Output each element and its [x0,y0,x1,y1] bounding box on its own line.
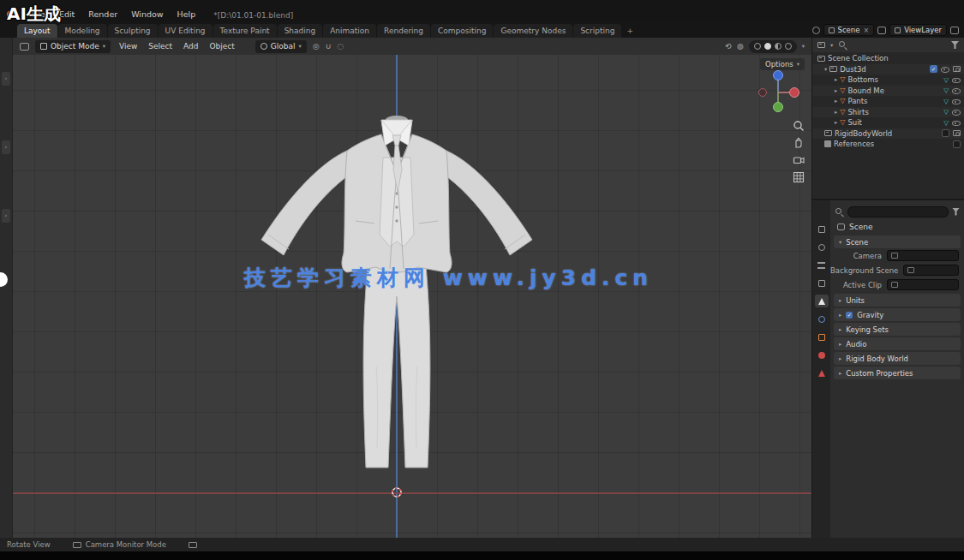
disclosure-icon[interactable]: ▸ [835,76,837,83]
disclosure-icon[interactable]: ▸ [835,109,837,116]
material-preview-icon[interactable] [775,43,781,50]
outliner-row-collection[interactable]: ▾ Dust3d ✓ [812,64,964,75]
render-visibility-icon[interactable] [953,130,961,136]
tab-rendering[interactable]: Rendering [377,24,430,38]
move-hand-icon[interactable] [793,137,805,149]
disclosure-icon[interactable]: ▸ [835,98,837,104]
panel-toggle-tab[interactable]: › [2,72,10,86]
collection-checkbox[interactable]: ✓ [953,140,961,148]
object-menu[interactable]: Object [207,41,237,51]
panel-toggle-tab[interactable]: › [2,140,10,154]
outliner-row-mesh[interactable]: ▸ ▽ Suit ▽ [812,117,964,128]
disclosure-icon[interactable]: ▸ [835,87,837,94]
tab-animation[interactable]: Animation [323,24,376,38]
hide-eye-icon[interactable] [952,109,961,116]
shading-dropdown-icon[interactable]: ▾ [802,43,805,50]
outliner-row-references[interactable]: References ✓ [812,139,964,150]
outliner-row-mesh[interactable]: ▸ ▽ Bound Me ▽ [812,86,964,97]
outliner-row-scene-collection[interactable]: Scene Collection [812,53,964,64]
navigation-gizmo[interactable] [753,67,803,118]
collection-checkbox[interactable]: ✓ [942,129,949,137]
view-layer-tab-icon[interactable] [815,277,829,289]
outliner-row-mesh[interactable]: ▸ ▽ Shirts ▽ [812,107,964,118]
new-scene-icon[interactable] [877,27,886,34]
mode-selector[interactable]: Object Mode ▾ [35,40,111,53]
render-tab-icon[interactable] [815,241,829,253]
physics-tab-icon[interactable] [815,349,829,361]
hide-eye-icon[interactable] [952,119,961,126]
menu-render[interactable]: Render [82,9,123,20]
world-tab-icon[interactable] [815,313,829,325]
add-menu[interactable]: Add [181,41,201,51]
tab-texture-paint[interactable]: Texture Paint [213,24,277,38]
section-audio[interactable]: ▸ Audio [834,337,961,350]
object-tab-icon[interactable] [815,331,829,343]
section-gravity[interactable]: ▸ ✓ Gravity [834,308,961,321]
new-view-layer-icon[interactable] [950,27,959,34]
active-clip-field[interactable] [887,279,959,290]
gravity-checkbox[interactable]: ✓ [846,312,853,319]
scene-selector[interactable]: Scene × [823,24,875,36]
search-input[interactable] [847,206,949,217]
tab-compositing[interactable]: Compositing [431,24,493,38]
tab-uv-editing[interactable]: UV Editing [159,24,213,38]
wireframe-shading-icon[interactable] [754,43,761,50]
collection-icon [829,66,837,72]
filter-icon[interactable] [952,208,960,216]
menu-window[interactable]: Window [125,9,169,20]
outliner-row-mesh[interactable]: ▸ ▽ Pants ▽ [812,96,964,107]
outliner-display-mode-icon[interactable] [817,42,825,48]
unlink-scene-icon[interactable]: × [863,27,869,34]
hide-eye-icon[interactable] [952,98,961,104]
toggle-grid-icon[interactable] [793,171,805,183]
section-rigid-body-world[interactable]: ▸ Rigid Body World [834,352,961,365]
outliner-row-mesh[interactable]: ▸ ▽ Bottoms ▽ [812,74,964,86]
background-scene-field[interactable] [903,265,959,276]
tab-sculpting[interactable]: Sculpting [108,24,158,38]
editor-type-icon[interactable] [20,43,29,51]
add-workspace-button[interactable]: + [622,24,638,38]
tab-scripting[interactable]: Scripting [573,24,621,38]
rendered-shading-icon[interactable] [785,43,792,50]
collection-checkbox[interactable]: ✓ [930,65,937,73]
section-keying-sets[interactable]: ▸ Keying Sets [834,323,961,336]
search-icon[interactable] [838,40,847,50]
snap-magnet-icon[interactable]: ∪ [326,42,332,51]
tab-layout[interactable]: Layout [17,24,57,38]
overlays-icon[interactable]: ◍ [737,42,744,51]
show-gizmo-icon[interactable]: ⟲ [725,42,732,51]
tab-modeling[interactable]: Modeling [58,24,107,38]
hide-eye-icon[interactable] [941,66,949,73]
scene-tab-icon[interactable] [815,295,829,307]
outliner-row-rigidbody[interactable]: RigidBodyWorld ✓ [812,128,964,140]
hide-eye-icon[interactable] [952,76,961,83]
view-layer-selector[interactable]: ViewLayer [889,24,947,36]
section-scene[interactable]: ▾ Scene [834,235,961,248]
panel-toggle-tab[interactable]: › [2,209,10,223]
data-tab-icon[interactable] [815,366,829,379]
disclosure-icon[interactable]: ▾ [824,66,827,73]
section-units[interactable]: ▸ Units [834,294,961,307]
zoom-icon[interactable] [793,120,805,132]
viewport-3d[interactable]: Object Mode ▾ View Select Add Object Glo… [13,38,811,538]
camera-view-icon[interactable] [793,154,805,166]
tab-geometry-nodes[interactable]: Geometry Nodes [494,24,572,38]
menu-help[interactable]: Help [171,9,202,20]
proportional-edit-icon[interactable]: ◌ [337,42,344,51]
render-visibility-icon[interactable] [953,66,961,72]
pivot-point-icon[interactable]: ◎ [313,42,320,51]
view-menu[interactable]: View [117,41,140,51]
suit-model[interactable] [251,110,542,478]
hide-eye-icon[interactable] [952,87,961,94]
output-tab-icon[interactable] [815,259,829,271]
tab-shading[interactable]: Shading [278,24,323,38]
tool-tab-icon[interactable] [815,223,829,235]
disclosure-icon[interactable]: ▸ [835,119,837,126]
transform-orientation-selector[interactable]: Global ▾ [255,40,307,53]
section-custom-properties[interactable]: ▸ Custom Properties [834,366,961,379]
search-icon[interactable] [835,207,844,217]
solid-shading-icon[interactable] [764,43,771,50]
filter-icon[interactable] [951,41,959,49]
select-menu[interactable]: Select [146,41,175,51]
camera-field[interactable] [887,250,959,261]
